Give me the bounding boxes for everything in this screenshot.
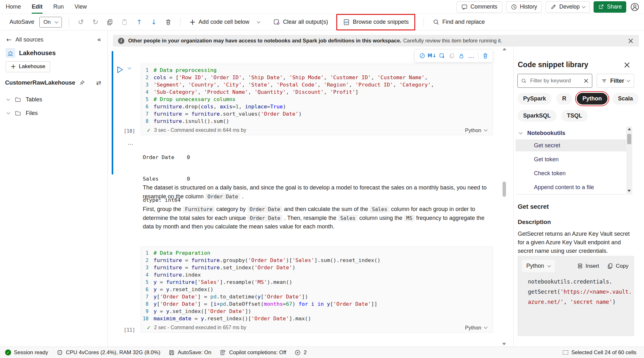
autosave-toggle[interactable]: On [39, 17, 62, 28]
copy-snippet-button[interactable]: Copy [607, 263, 628, 269]
code-cell-1[interactable]: 1# Data preprocessing2cols = ['Row ID', … [141, 64, 493, 135]
duplicate-cell-icon[interactable] [447, 51, 457, 61]
insert-snippet-button[interactable]: Insert [577, 263, 599, 269]
back-arrow-icon[interactable]: ← [6, 36, 12, 43]
snippet-code-header: Python Insert Copy [517, 256, 634, 272]
language-chips-row-1: PySpark R Python Scala [517, 93, 639, 105]
snippet-group-notebookutils[interactable]: Notebookutils [516, 127, 626, 139]
copilot-status[interactable]: Copilot completions: Off [220, 349, 286, 356]
chip-tsql[interactable]: TSQL [561, 110, 588, 122]
cell-1-code[interactable]: 1# Data preprocessing2cols = ['Row ID', … [141, 67, 493, 125]
scrollbar-thumb[interactable] [503, 182, 506, 197]
snippet-item-get-secret[interactable]: Get secret [516, 139, 626, 151]
scroll-up-icon[interactable] [628, 128, 631, 130]
menu-run[interactable]: Run [53, 0, 64, 14]
clear-search-icon[interactable]: × [583, 77, 589, 85]
lakehouses-section: Lakehouses [0, 48, 108, 58]
copy-cell-button[interactable] [105, 17, 115, 28]
delete-cell-button[interactable] [164, 17, 173, 28]
collapse-sidebar-icon[interactable]: « [97, 36, 101, 43]
cell-1-status-row: ✓ 3 sec - Command executed in 644 ms by … [141, 125, 493, 135]
more-options-icon[interactable]: … [466, 51, 476, 61]
canvas-scrollbar[interactable] [502, 48, 507, 345]
chevron-down-icon[interactable] [6, 97, 10, 100]
close-banner-icon[interactable]: × [628, 37, 634, 45]
lakehouse-name[interactable]: CustomerRawLakehouse [5, 79, 75, 86]
cell-2-language-select[interactable]: Python [465, 325, 487, 331]
chip-pyspark[interactable]: PySpark [517, 93, 552, 105]
develop-button[interactable]: Develop [546, 1, 590, 13]
redo-button[interactable]: ↻ [91, 17, 100, 28]
snippet-item-append-content[interactable]: Append content to a file [516, 181, 626, 193]
delete-cell-icon[interactable] [480, 51, 490, 61]
code-snippets-icon [343, 19, 350, 26]
run-cell-button[interactable] [116, 66, 124, 74]
scroll-down-icon[interactable] [628, 190, 631, 192]
lakehouse-name-row: CustomerRawLakehouse ⇄ [0, 78, 108, 87]
add-lakehouse-button[interactable]: + Lakehouse [6, 61, 50, 72]
copilot-icon[interactable] [417, 51, 427, 61]
undo-button[interactable]: ↺ [76, 17, 86, 28]
plus-icon: + [189, 18, 196, 26]
snippet-search-box: × [517, 74, 592, 88]
history-button[interactable]: History [506, 1, 542, 13]
chip-r[interactable]: R [556, 93, 572, 105]
tree-item-tables[interactable]: Tables [0, 94, 108, 105]
convert-to-markdown-icon[interactable]: M↓ [427, 51, 437, 61]
find-and-replace-button[interactable]: Find and replace [431, 16, 487, 28]
cell-1-status-text: 3 sec - Command executed in 644 ms by [154, 127, 246, 133]
chevron-down-icon [257, 20, 260, 23]
chip-python[interactable]: Python [577, 93, 608, 105]
cell-2-execution-count: [11] [124, 327, 135, 333]
code-cell-2[interactable]: 1# Data Preparation2furniture = furnitur… [141, 246, 493, 333]
add-code-cell-button[interactable]: + Add code cell below [187, 16, 262, 28]
chevron-down-icon[interactable] [6, 111, 10, 114]
banner-regular-text: Carefully review this item before runnin… [403, 38, 502, 44]
scroll-up-icon[interactable] [503, 48, 506, 50]
chip-sparksql[interactable]: SparkSQL [517, 110, 556, 122]
scrollbar-thumb[interactable] [627, 134, 631, 144]
snippet-code: notebookutils.credentials.getSecret('htt… [528, 277, 634, 307]
close-panel-icon[interactable]: × [623, 61, 631, 69]
move-cell-up-button[interactable]: ↑ [135, 17, 144, 28]
chip-scala[interactable]: Scala [612, 93, 639, 105]
chevron-down-icon [55, 20, 58, 23]
menu-edit[interactable]: Edit [32, 0, 43, 14]
filter-button[interactable]: Filter [597, 74, 634, 88]
snippet-search-input[interactable] [529, 77, 580, 84]
scroll-down-icon[interactable] [502, 343, 506, 345]
cell-2-code[interactable]: 1# Data Preparation2furniture = furnitur… [141, 249, 493, 322]
browse-code-snippets-button[interactable]: Browse code snippets [341, 16, 411, 28]
clear-cell-output-icon[interactable] [437, 51, 447, 61]
snippet-item-get-token[interactable]: Get token [516, 153, 626, 165]
error-count[interactable]: 2 [294, 349, 306, 356]
cell-2-status-row: ✓ 2 sec - Command executed in 657 ms by … [141, 323, 493, 332]
snippet-list-scrollbar[interactable] [626, 126, 632, 194]
paste-cell-button[interactable] [120, 17, 129, 28]
comments-button[interactable]: Comments [457, 1, 502, 13]
move-cell-down-button[interactable]: ↓ [149, 17, 159, 28]
autosave-label: AutoSave [10, 19, 34, 25]
workspace-warning-banner: i Other people in your organization may … [113, 35, 639, 47]
tree-item-files[interactable]: Files [0, 108, 108, 118]
toolbar-divider [180, 18, 181, 27]
switch-lakehouse-icon[interactable]: ⇄ [96, 79, 101, 86]
success-check-icon: ✓ [147, 127, 151, 133]
menu-view[interactable]: View [75, 0, 87, 14]
share-button[interactable]: Share [594, 1, 626, 13]
cell-1-language-select[interactable]: Python [465, 127, 487, 133]
lock-cell-icon[interactable] [457, 51, 466, 61]
chevron-down-icon [519, 131, 522, 134]
cell-2-status-text: 2 sec - Command executed in 657 ms by [154, 325, 246, 330]
snippet-language-select[interactable]: Python [522, 260, 555, 272]
output-collapse-icon[interactable]: … [128, 139, 134, 146]
account-icon[interactable] [630, 2, 640, 12]
clear-all-outputs-button[interactable]: Clear all output(s) [271, 16, 330, 28]
toolbar-divider [478, 52, 478, 59]
pin-icon[interactable] [79, 80, 85, 86]
chevron-down-icon[interactable] [128, 66, 131, 69]
menu-home[interactable]: Home [6, 0, 21, 14]
all-sources-link[interactable]: All sources [16, 36, 43, 43]
snippet-detail-title: Get secret [518, 203, 549, 210]
snippet-item-check-token[interactable]: Check token [516, 167, 626, 179]
